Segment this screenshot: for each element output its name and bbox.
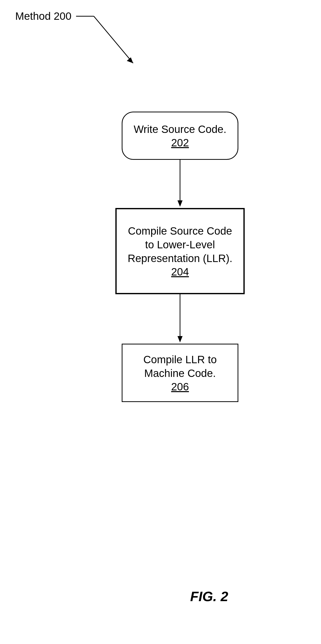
svg-line-1 — [94, 16, 133, 63]
step-text: Compile LLR to Machine Code. — [130, 353, 230, 380]
step-compile-machine: Compile LLR to Machine Code. 206 — [122, 344, 238, 402]
step-compile-llr: Compile Source Code to Lower-Level Repre… — [115, 208, 245, 294]
arrow-1-to-2 — [177, 160, 183, 208]
step-write-source: Write Source Code. 202 — [122, 112, 238, 160]
svg-marker-4 — [177, 200, 183, 207]
figure-caption: FIG. 2 — [190, 588, 228, 604]
diagram-canvas: Method 200 Write Source Code. 202 Compil… — [0, 0, 321, 644]
svg-marker-2 — [127, 57, 133, 63]
pointer-arrow — [76, 16, 142, 72]
method-title: Method 200 — [15, 10, 72, 22]
step-number: 202 — [171, 137, 189, 149]
step-text: Write Source Code. — [134, 123, 226, 136]
step-number: 204 — [171, 266, 189, 278]
svg-marker-6 — [177, 336, 183, 342]
arrow-2-to-3 — [177, 294, 183, 344]
step-number: 206 — [171, 381, 189, 393]
step-text: Compile Source Code to Lower-Level Repre… — [124, 224, 236, 265]
